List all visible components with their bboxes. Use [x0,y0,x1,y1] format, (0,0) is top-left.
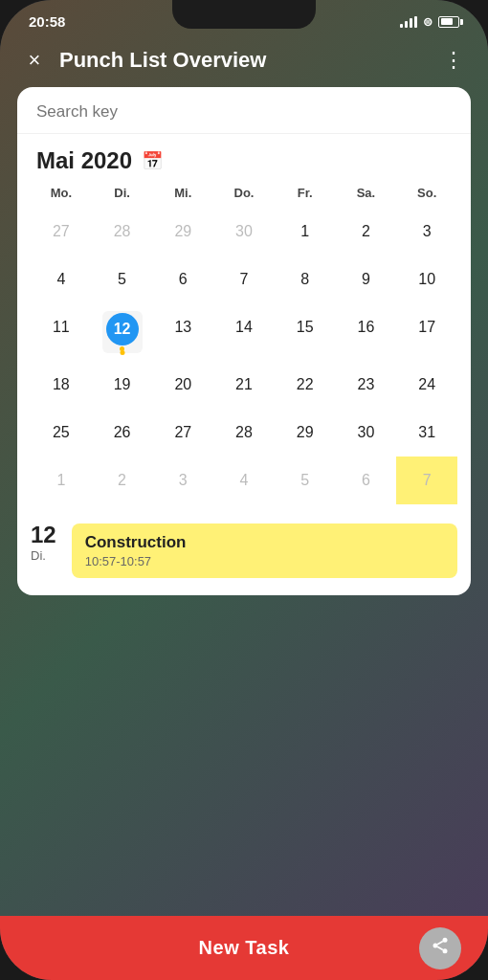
status-icons: ⊜ [400,15,459,29]
calendar-grid: Mo. Di. Mi. Do. Fr. Sa. So. 272829301234… [17,182,471,512]
calendar-header: Mai 2020 📅 [17,134,471,182]
calendar-day[interactable]: 28 [213,409,275,457]
svg-point-0 [443,938,448,943]
calendar-day[interactable]: 18 [31,361,92,409]
event-date-day: Di. [31,548,56,563]
calendar-week: 25262728293031 [31,409,457,457]
calendar-week: 18192021222324 [31,361,457,409]
calendar-day[interactable]: 5 [275,457,336,504]
phone-frame: 20:58 ⊜ × Punch List Overview ⋮ Mai 202 [0,0,488,980]
calendar-week: 11121314151617 [31,303,457,361]
calendar-day[interactable]: 8 [275,256,336,303]
day-header-mo: Mo. [31,182,92,204]
search-box [17,87,471,134]
notch [172,0,316,29]
calendar-day[interactable]: 29 [152,208,213,256]
new-task-label: New Task [199,937,290,959]
new-task-button[interactable]: New Task [0,916,488,980]
day-header-so: So. [396,182,457,204]
calendar-day[interactable]: 27 [152,409,213,457]
calendar-weeks: 2728293012345678910111213141516171819202… [31,208,457,504]
calendar-day[interactable]: 15 [275,303,336,361]
calendar-day[interactable]: 31 [396,409,457,457]
calendar-day[interactable]: 27 [31,208,92,256]
calendar-day[interactable]: 24 [396,361,457,409]
day-header-do: Do. [213,182,275,204]
day-header-di: Di. [92,182,153,204]
calendar-day[interactable]: 7 [213,256,275,303]
battery-icon [438,16,459,28]
day-header-sa: Sa. [336,182,397,204]
calendar-day[interactable]: 6 [336,457,397,504]
event-section: 12 Di. Construction 10:57-10:57 [17,512,471,595]
event-title: Construction [85,533,444,552]
calendar-day[interactable]: 10 [396,256,457,303]
calendar-month-title: Mai 2020 [36,147,132,174]
calendar-icon[interactable]: 📅 [142,150,163,171]
day-headers: Mo. Di. Mi. Do. Fr. Sa. So. [31,182,457,204]
calendar-day[interactable]: 25 [31,409,92,457]
calendar-day[interactable]: 3 [152,457,213,504]
calendar-day[interactable]: 30 [336,409,397,457]
calendar-week: 45678910 [31,256,457,303]
calendar-day[interactable]: 1 [31,457,92,504]
calendar-day[interactable]: 11 [31,303,92,361]
calendar-day[interactable]: 28 [92,208,153,256]
calendar-week: 27282930123 [31,208,457,256]
calendar-day[interactable]: 12 [92,303,153,361]
calendar-day[interactable]: 9 [336,256,397,303]
bottom-bar: New Task [0,916,488,980]
calendar-day[interactable]: 21 [213,361,275,409]
calendar-day[interactable]: 4 [31,256,92,303]
calendar-day[interactable]: 2 [92,457,153,504]
calendar-day[interactable]: 13 [152,303,213,361]
calendar-day[interactable]: 6 [152,256,213,303]
wifi-icon: ⊜ [423,15,433,29]
calendar-day[interactable]: 3 [396,208,457,256]
calendar-week: 1234567 [31,457,457,504]
event-date-info: 12 Di. [31,523,56,563]
share-icon [431,936,450,960]
calendar-day[interactable]: 23 [336,361,397,409]
more-button[interactable]: ⋮ [438,45,469,76]
calendar-day[interactable]: 14 [213,303,275,361]
svg-point-2 [443,948,448,953]
calendar-day[interactable]: 4 [213,457,275,504]
calendar-day[interactable]: 2 [336,208,397,256]
event-card[interactable]: Construction 10:57-10:57 [72,523,457,578]
page-title: Punch List Overview [59,48,438,73]
calendar-day[interactable]: 5 [92,256,153,303]
search-input[interactable] [36,102,452,122]
calendar-day[interactable]: 17 [396,303,457,361]
main-card: Mai 2020 📅 Mo. Di. Mi. Do. Fr. Sa. So. 2… [17,87,471,595]
share-button[interactable] [419,927,461,969]
top-nav: × Punch List Overview ⋮ [0,37,488,87]
signal-icon [400,16,417,28]
svg-point-1 [433,944,438,948]
calendar-day[interactable]: 16 [336,303,397,361]
svg-line-3 [437,947,443,949]
calendar-day[interactable]: 1 [275,208,336,256]
close-button[interactable]: × [19,45,50,76]
calendar-day[interactable]: 19 [92,361,153,409]
event-date-num: 12 [31,523,56,546]
calendar-day[interactable]: 29 [275,409,336,457]
day-header-fr: Fr. [275,182,336,204]
event-time: 10:57-10:57 [85,554,444,568]
calendar-day[interactable]: 20 [152,361,213,409]
calendar-day[interactable]: 30 [213,208,275,256]
calendar-day[interactable]: 26 [92,409,153,457]
calendar-day[interactable]: 7 [396,457,457,504]
event-date-label: 12 Di. Construction 10:57-10:57 [31,523,457,578]
svg-line-4 [437,941,443,944]
status-time: 20:58 [29,13,65,30]
calendar-day[interactable]: 22 [275,361,336,409]
day-header-mi: Mi. [152,182,213,204]
